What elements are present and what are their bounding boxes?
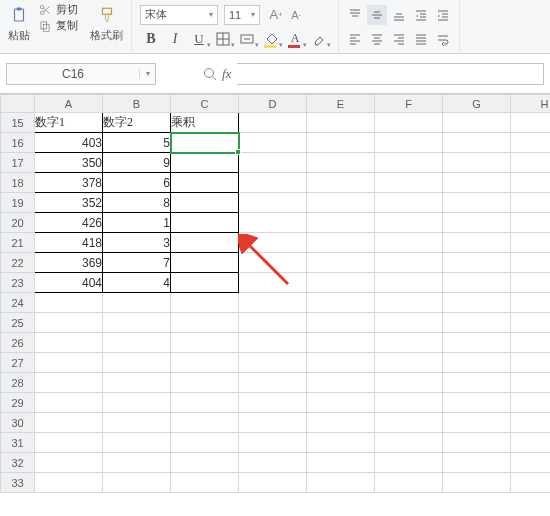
select-all-corner[interactable]: [1, 95, 35, 113]
copy-button[interactable]: 复制: [36, 18, 80, 33]
cell-E17[interactable]: [307, 153, 375, 173]
cell-A26[interactable]: [35, 333, 103, 353]
cell-H31[interactable]: [511, 433, 551, 453]
cell-C15[interactable]: 乘积: [171, 113, 239, 133]
cell-G20[interactable]: [443, 213, 511, 233]
cell-G18[interactable]: [443, 173, 511, 193]
cell-A23[interactable]: 404: [35, 273, 103, 293]
col-header-C[interactable]: C: [171, 95, 239, 113]
cell-A28[interactable]: [35, 373, 103, 393]
cell-A32[interactable]: [35, 453, 103, 473]
cell-G25[interactable]: [443, 313, 511, 333]
cell-B25[interactable]: [103, 313, 171, 333]
align-top-button[interactable]: [345, 5, 365, 25]
cell-C22[interactable]: [171, 253, 239, 273]
cell-D28[interactable]: [239, 373, 307, 393]
cell-H18[interactable]: [511, 173, 551, 193]
wrap-text-button[interactable]: [433, 29, 453, 49]
font-color-button[interactable]: A ▾: [284, 29, 306, 49]
cell-G23[interactable]: [443, 273, 511, 293]
indent-left-button[interactable]: [411, 5, 431, 25]
cell-E24[interactable]: [307, 293, 375, 313]
cell-D24[interactable]: [239, 293, 307, 313]
cell-H26[interactable]: [511, 333, 551, 353]
cell-D31[interactable]: [239, 433, 307, 453]
cell-A22[interactable]: 369: [35, 253, 103, 273]
row-header-19[interactable]: 19: [1, 193, 35, 213]
cell-D21[interactable]: [239, 233, 307, 253]
bold-button[interactable]: B: [140, 29, 162, 49]
cell-F23[interactable]: [375, 273, 443, 293]
cell-E28[interactable]: [307, 373, 375, 393]
cell-G33[interactable]: [443, 473, 511, 493]
cell-G21[interactable]: [443, 233, 511, 253]
row-header-33[interactable]: 33: [1, 473, 35, 493]
cell-F28[interactable]: [375, 373, 443, 393]
cell-D27[interactable]: [239, 353, 307, 373]
align-bottom-button[interactable]: [389, 5, 409, 25]
cell-B18[interactable]: 6: [103, 173, 171, 193]
col-header-A[interactable]: A: [35, 95, 103, 113]
cut-button[interactable]: 剪切: [36, 2, 80, 17]
fill-color-button[interactable]: ▾: [260, 29, 282, 49]
row-header-32[interactable]: 32: [1, 453, 35, 473]
row-header-30[interactable]: 30: [1, 413, 35, 433]
cell-A29[interactable]: [35, 393, 103, 413]
cell-E27[interactable]: [307, 353, 375, 373]
cell-H16[interactable]: [511, 133, 551, 153]
underline-button[interactable]: U▾: [188, 29, 210, 49]
cell-H29[interactable]: [511, 393, 551, 413]
cell-F15[interactable]: [375, 113, 443, 133]
cell-E20[interactable]: [307, 213, 375, 233]
cell-H25[interactable]: [511, 313, 551, 333]
format-painter-button[interactable]: 格式刷: [88, 2, 125, 45]
cell-F19[interactable]: [375, 193, 443, 213]
cell-C18[interactable]: [171, 173, 239, 193]
cell-D19[interactable]: [239, 193, 307, 213]
col-header-F[interactable]: F: [375, 95, 443, 113]
cell-C21[interactable]: [171, 233, 239, 253]
fx-label[interactable]: fx: [222, 66, 231, 82]
cell-E31[interactable]: [307, 433, 375, 453]
row-header-23[interactable]: 23: [1, 273, 35, 293]
cell-B27[interactable]: [103, 353, 171, 373]
clear-format-button[interactable]: ▾: [308, 29, 330, 49]
cell-E21[interactable]: [307, 233, 375, 253]
cell-G17[interactable]: [443, 153, 511, 173]
cell-B24[interactable]: [103, 293, 171, 313]
cell-F31[interactable]: [375, 433, 443, 453]
cell-A19[interactable]: 352: [35, 193, 103, 213]
cell-C33[interactable]: [171, 473, 239, 493]
row-header-31[interactable]: 31: [1, 433, 35, 453]
cell-F17[interactable]: [375, 153, 443, 173]
italic-button[interactable]: I: [164, 29, 186, 49]
cell-A27[interactable]: [35, 353, 103, 373]
cell-B19[interactable]: 8: [103, 193, 171, 213]
cell-A25[interactable]: [35, 313, 103, 333]
cell-F33[interactable]: [375, 473, 443, 493]
cell-B15[interactable]: 数字2: [103, 113, 171, 133]
cell-E19[interactable]: [307, 193, 375, 213]
zoom-icon[interactable]: [202, 66, 218, 82]
cell-E16[interactable]: [307, 133, 375, 153]
cell-D25[interactable]: [239, 313, 307, 333]
cell-D15[interactable]: [239, 113, 307, 133]
col-header-G[interactable]: G: [443, 95, 511, 113]
cell-A17[interactable]: 350: [35, 153, 103, 173]
cell-E29[interactable]: [307, 393, 375, 413]
cell-F22[interactable]: [375, 253, 443, 273]
fill-handle[interactable]: [235, 149, 241, 155]
row-header-27[interactable]: 27: [1, 353, 35, 373]
row-header-16[interactable]: 16: [1, 133, 35, 153]
sheet-grid[interactable]: ABCDEFGH 15数字1数字2乘积164035173509183786193…: [0, 94, 550, 516]
col-header-H[interactable]: H: [511, 95, 551, 113]
align-right-button[interactable]: [389, 29, 409, 49]
cell-B30[interactable]: [103, 413, 171, 433]
cell-H30[interactable]: [511, 413, 551, 433]
cell-F20[interactable]: [375, 213, 443, 233]
row-header-25[interactable]: 25: [1, 313, 35, 333]
cell-A31[interactable]: [35, 433, 103, 453]
col-header-E[interactable]: E: [307, 95, 375, 113]
cell-H23[interactable]: [511, 273, 551, 293]
align-left-button[interactable]: [345, 29, 365, 49]
